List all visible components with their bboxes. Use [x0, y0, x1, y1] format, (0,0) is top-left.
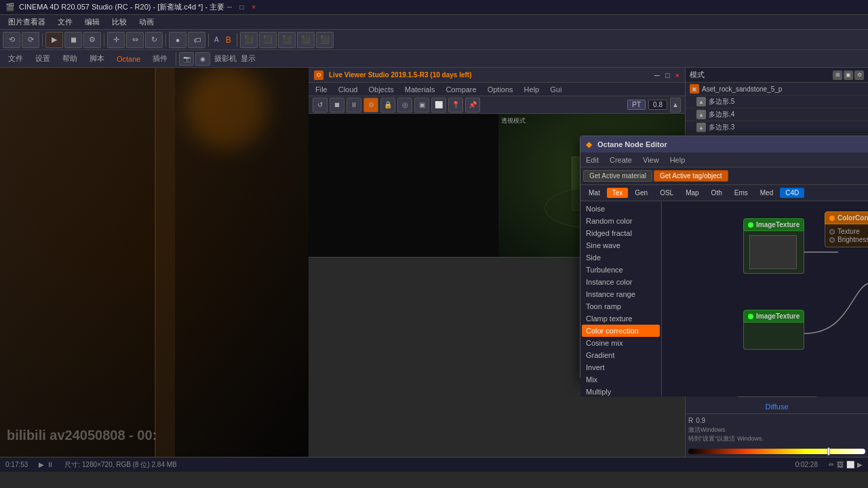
- viewport-canvas[interactable]: bilibili av24050808 - 00:: [0, 68, 309, 457]
- oct-tool-6[interactable]: ◎: [397, 98, 412, 113]
- node-random-color[interactable]: Random color: [582, 215, 660, 227]
- om-objects[interactable]: Objects: [366, 84, 396, 95]
- pt-value[interactable]: 0.8: [648, 100, 667, 110]
- viewport-panel[interactable]: bilibili av24050808 - 00:: [0, 68, 309, 457]
- oct-tool-4[interactable]: ⚙: [363, 98, 378, 113]
- ne-edit[interactable]: Edit: [583, 155, 601, 165]
- viewer-close[interactable]: ×: [675, 71, 679, 79]
- cc-input-brightness[interactable]: [829, 237, 835, 243]
- scene-poly3[interactable]: ▲ 多边形.3: [686, 121, 868, 134]
- menu-edit[interactable]: 编辑: [79, 16, 105, 28]
- node-clamp-texture[interactable]: Clamp texture: [582, 312, 660, 325]
- cc-input-texture[interactable]: [829, 229, 835, 235]
- scale-button[interactable]: ⇔: [126, 32, 144, 48]
- node-ridged-fractal[interactable]: Ridged fractal: [582, 227, 660, 239]
- undo-button[interactable]: ⟲: [3, 32, 20, 48]
- viewer-minimize[interactable]: ─: [654, 71, 660, 79]
- node-noise[interactable]: Noise: [582, 203, 660, 215]
- node-multiply[interactable]: Multiply: [582, 386, 660, 396]
- node-image-texture-1[interactable]: ImageTexture: [743, 218, 804, 274]
- pause-btn[interactable]: ⏸: [47, 461, 54, 468]
- color-slider-handle[interactable]: [827, 447, 830, 455]
- tool2[interactable]: ⬛: [259, 32, 277, 48]
- tab-tex[interactable]: Tex: [607, 188, 629, 198]
- scene-aset-rock[interactable]: ▣ Aset_rock_sandstone_5_p: [686, 83, 868, 96]
- mode-btn-1[interactable]: ⊞: [833, 70, 842, 80]
- oct-tool-10[interactable]: 📌: [465, 98, 480, 113]
- cam-btn[interactable]: 📷: [179, 52, 194, 66]
- oct-tool-7[interactable]: ▣: [414, 98, 429, 113]
- om-file[interactable]: File: [313, 84, 330, 95]
- display-btn[interactable]: ◉: [195, 52, 210, 66]
- tab-oth[interactable]: Oth: [706, 188, 728, 198]
- ne-create[interactable]: Create: [607, 155, 635, 165]
- play-btn[interactable]: ▶: [39, 461, 44, 468]
- redo-button[interactable]: ⟳: [22, 32, 39, 48]
- tool1[interactable]: ⬛: [240, 32, 258, 48]
- taskbar-btn-1[interactable]: ✏: [829, 461, 834, 468]
- object-button[interactable]: ●: [169, 32, 186, 48]
- viewer-dark[interactable]: [309, 114, 498, 257]
- close-button[interactable]: ×: [249, 3, 258, 12]
- node-image-texture-2[interactable]: ImageTexture: [743, 310, 804, 350]
- node-mix[interactable]: Mix: [582, 373, 660, 386]
- om-compare[interactable]: Compare: [443, 84, 479, 95]
- oct-tool-8[interactable]: ⬜: [431, 98, 446, 113]
- node-gradient[interactable]: Gradient: [582, 349, 660, 361]
- om-cloud[interactable]: Cloud: [336, 84, 361, 95]
- maximize-button[interactable]: □: [237, 3, 246, 12]
- ne-help[interactable]: Help: [667, 155, 688, 165]
- scene-poly4[interactable]: ▲ 多边形.4: [686, 108, 868, 121]
- tab-osl[interactable]: OSL: [654, 188, 679, 198]
- node-turbulence[interactable]: Turbulence: [582, 264, 660, 276]
- rotate-button[interactable]: ↻: [145, 32, 163, 48]
- tool3[interactable]: ⬛: [278, 32, 296, 48]
- oct-tool-2[interactable]: ⏹: [330, 98, 344, 113]
- mode-btn-2[interactable]: ▣: [844, 70, 853, 80]
- tab-mat[interactable]: Mat: [583, 188, 606, 198]
- oct-tool-9[interactable]: 📍: [448, 98, 463, 113]
- get-tag-btn[interactable]: Get Active tag/object: [654, 170, 728, 182]
- node-sine-wave[interactable]: Sine wave: [582, 239, 660, 251]
- tab-med[interactable]: Med: [755, 188, 778, 198]
- taskbar-btn-2[interactable]: 🖼: [837, 461, 844, 468]
- tag-button[interactable]: 🏷: [188, 32, 205, 48]
- viewer-maximize[interactable]: □: [665, 71, 670, 79]
- tab-map[interactable]: Map: [680, 188, 704, 198]
- scene-poly5[interactable]: ▲ 多边形.5: [686, 96, 868, 108]
- oct-tool-3[interactable]: ⏸: [347, 98, 361, 113]
- tool5[interactable]: ⬛: [316, 32, 334, 48]
- menu-compare[interactable]: 比较: [106, 16, 132, 28]
- get-material-btn[interactable]: Get Active material: [583, 170, 652, 182]
- oct-tool-5[interactable]: 🔒: [380, 98, 395, 113]
- oct-tool-1[interactable]: ↺: [313, 98, 328, 113]
- om-help[interactable]: Help: [521, 84, 542, 95]
- node-canvas[interactable]: ImageTexture ColorCorrection: [662, 201, 868, 396]
- taskbar-btn-3[interactable]: ⬜: [846, 461, 854, 468]
- tab-gen[interactable]: Gen: [629, 188, 653, 198]
- move-button[interactable]: ✛: [107, 32, 125, 48]
- render-region-button[interactable]: ◼: [64, 32, 82, 48]
- node-instance-color[interactable]: Instance color: [582, 276, 660, 288]
- node-toon-ramp[interactable]: Toon ramp: [582, 300, 660, 312]
- minimize-button[interactable]: ─: [224, 3, 234, 12]
- menu-file[interactable]: 文件: [52, 16, 78, 28]
- pt-label[interactable]: PT: [627, 100, 646, 110]
- pt-increment[interactable]: ▲: [670, 98, 681, 113]
- om-options[interactable]: Options: [485, 84, 516, 95]
- mode-btn-3[interactable]: ⚙: [854, 70, 864, 80]
- tab-c4d[interactable]: C4D: [780, 188, 804, 198]
- menu-animation[interactable]: 动画: [134, 16, 159, 28]
- node-color-correction-canvas[interactable]: ColorCorrection Texture Brightness: [825, 211, 868, 247]
- tool4[interactable]: ⬛: [297, 32, 315, 48]
- taskbar-btn-4[interactable]: ▶: [857, 461, 863, 468]
- render-button[interactable]: ▶: [45, 32, 63, 48]
- node-instance-range[interactable]: Instance range: [582, 288, 660, 300]
- node-cosine-mix[interactable]: Cosine mix: [582, 337, 660, 349]
- render-settings-button[interactable]: ⚙: [83, 32, 101, 48]
- tab-ems[interactable]: Ems: [729, 188, 753, 198]
- ne-view[interactable]: View: [640, 155, 662, 165]
- menu-picture-viewer[interactable]: 图片查看器: [3, 16, 51, 28]
- om-materials[interactable]: Materials: [402, 84, 438, 95]
- node-invert[interactable]: Invert: [582, 361, 660, 373]
